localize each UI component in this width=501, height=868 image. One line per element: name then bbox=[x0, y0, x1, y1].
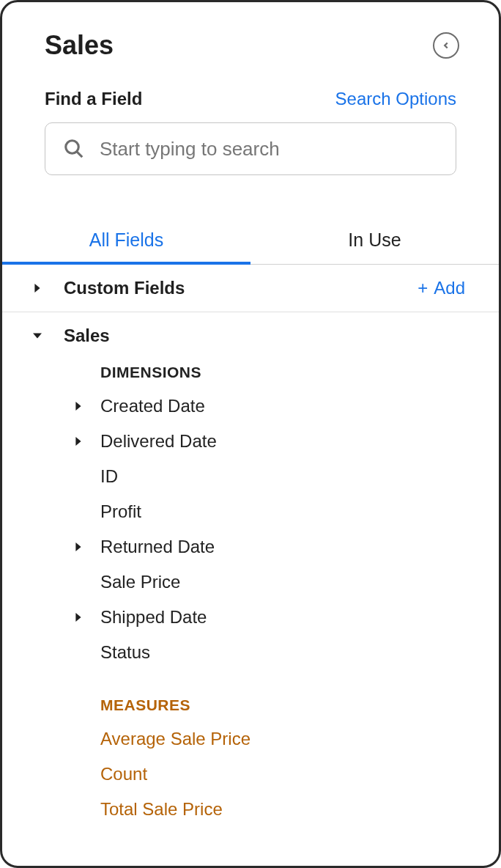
search-box[interactable] bbox=[45, 122, 456, 175]
tab-all-fields[interactable]: All Fields bbox=[2, 216, 250, 264]
sales-label: Sales bbox=[64, 326, 477, 346]
add-custom-field-button[interactable]: + Add bbox=[417, 278, 477, 298]
svg-marker-2 bbox=[34, 284, 40, 293]
dimensions-header: DIMENSIONS bbox=[2, 346, 499, 389]
dimension-field[interactable]: Sale Price bbox=[2, 564, 499, 600]
measure-field[interactable]: Total Sale Price bbox=[2, 792, 499, 827]
field-label: Count bbox=[100, 764, 147, 784]
measures-list: Average Sale PriceCountTotal Sale Price bbox=[2, 721, 499, 827]
svg-marker-3 bbox=[33, 333, 42, 338]
measure-field[interactable]: Count bbox=[2, 757, 499, 792]
plus-icon: + bbox=[417, 278, 428, 298]
panel-header: Sales bbox=[2, 2, 499, 68]
tabs: All Fields In Use bbox=[2, 216, 499, 265]
dimension-field[interactable]: ID bbox=[2, 459, 499, 494]
svg-marker-8 bbox=[75, 542, 81, 551]
tab-in-use[interactable]: In Use bbox=[250, 216, 499, 264]
field-label: Total Sale Price bbox=[100, 799, 223, 820]
caret-right-icon bbox=[29, 284, 46, 293]
svg-line-1 bbox=[77, 152, 83, 158]
search-icon bbox=[63, 138, 85, 160]
dimension-field[interactable]: Returned Date bbox=[2, 529, 499, 564]
caret-right-icon bbox=[70, 613, 87, 622]
field-label: Returned Date bbox=[100, 537, 215, 557]
find-field-label: Find a Field bbox=[45, 89, 142, 109]
caret-right-icon bbox=[70, 402, 87, 411]
field-label: ID bbox=[100, 466, 118, 487]
collapse-button[interactable] bbox=[433, 32, 459, 59]
svg-point-0 bbox=[66, 141, 79, 154]
search-options-link[interactable]: Search Options bbox=[335, 89, 456, 109]
field-label: Shipped Date bbox=[100, 607, 207, 628]
field-label: Created Date bbox=[100, 396, 205, 416]
field-label: Sale Price bbox=[100, 572, 180, 592]
search-header-row: Find a Field Search Options bbox=[45, 89, 456, 109]
custom-fields-section[interactable]: Custom Fields + Add bbox=[2, 265, 499, 312]
caret-right-icon bbox=[70, 542, 87, 551]
field-label: Average Sale Price bbox=[100, 729, 250, 749]
field-label: Status bbox=[100, 642, 150, 663]
search-input[interactable] bbox=[100, 138, 438, 161]
dimension-field[interactable]: Delivered Date bbox=[2, 424, 499, 459]
search-section: Find a Field Search Options bbox=[2, 68, 499, 175]
chevron-left-icon bbox=[441, 40, 451, 51]
sales-section-header[interactable]: Sales bbox=[29, 326, 477, 346]
dimensions-list: Created DateDelivered DateIDProfitReturn… bbox=[2, 389, 499, 670]
measure-field[interactable]: Average Sale Price bbox=[2, 721, 499, 757]
field-picker-panel: Sales Find a Field Search Options All Fi… bbox=[0, 0, 501, 868]
dimension-field[interactable]: Shipped Date bbox=[2, 600, 499, 635]
caret-right-icon bbox=[70, 437, 87, 446]
dimension-field[interactable]: Status bbox=[2, 635, 499, 670]
svg-marker-5 bbox=[75, 437, 81, 446]
field-label: Profit bbox=[100, 501, 141, 522]
sales-section: Sales bbox=[2, 312, 499, 346]
add-label: Add bbox=[434, 278, 465, 298]
page-title: Sales bbox=[45, 30, 114, 61]
custom-fields-label: Custom Fields bbox=[64, 278, 417, 298]
dimension-field[interactable]: Profit bbox=[2, 494, 499, 529]
field-label: Delivered Date bbox=[100, 431, 217, 452]
svg-marker-4 bbox=[75, 402, 81, 411]
measures-header: MEASURES bbox=[2, 670, 499, 721]
caret-down-icon bbox=[29, 331, 46, 340]
svg-marker-10 bbox=[75, 613, 81, 622]
dimension-field[interactable]: Created Date bbox=[2, 389, 499, 424]
